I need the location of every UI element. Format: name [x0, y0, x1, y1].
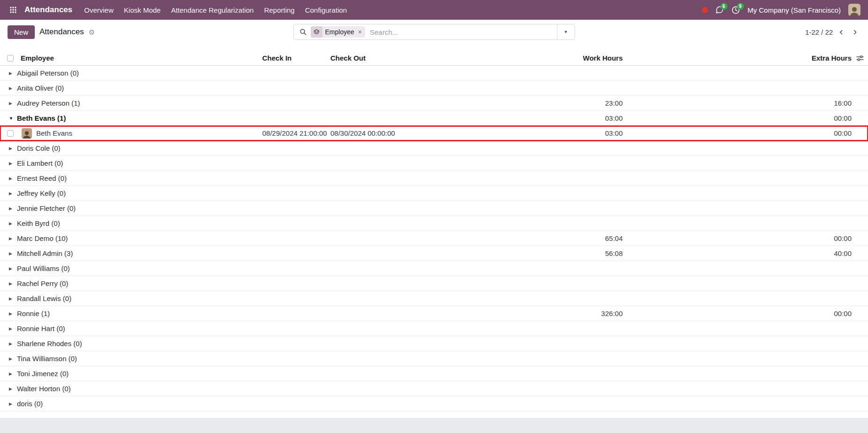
group-row[interactable]: ▶ Abigail Peterson (0) [0, 66, 868, 81]
notification-dot-icon[interactable] [702, 7, 708, 13]
group-caret-icon: ▶ [9, 221, 16, 226]
group-row[interactable]: ▶ Jennie Fletcher (0) [0, 201, 868, 216]
group-label: Ronnie Hart (0) [17, 325, 65, 332]
group-row[interactable]: ▶ Ronnie Hart (0) [0, 321, 868, 336]
apps-grid-icon[interactable] [6, 3, 21, 16]
group-row[interactable]: ▶ Doris Cole (0) [0, 141, 868, 156]
select-all-checkbox[interactable] [7, 55, 14, 62]
group-row[interactable]: ▶ Eli Lambert (0) [0, 156, 868, 171]
group-caret-icon: ▶ [9, 296, 16, 301]
group-row[interactable]: ▶ Mitchell Admin (3) 56:08 40:00 [0, 246, 868, 261]
record-check-out: 08/30/2024 00:00:00 [330, 129, 529, 137]
group-work-hours: 23:00 [529, 99, 623, 107]
group-label: Tina Williamson (0) [17, 355, 77, 363]
menu-item-configuration[interactable]: Configuration [300, 1, 352, 19]
group-work-hours: 326:00 [529, 309, 623, 317]
action-gear-icon[interactable]: ⚙ [89, 29, 95, 36]
group-row[interactable]: ▼ Beth Evans (1) 03:00 00:00 [0, 111, 868, 126]
search-dropdown-toggle[interactable]: ▼ [557, 24, 575, 39]
group-row[interactable]: ▶ Toni Jimenez (0) [0, 366, 868, 381]
group-caret-icon: ▶ [9, 341, 16, 346]
group-caret-icon: ▶ [9, 176, 16, 181]
group-row[interactable]: ▶ Marc Demo (10) 65:04 00:00 [0, 231, 868, 246]
control-panel: New Attendances ⚙ Employee × ▼ 1-22 [0, 20, 868, 44]
activities-badge: 9 [737, 3, 744, 10]
breadcrumb-title: Attendances [39, 27, 84, 37]
group-label: Rachel Perry (0) [17, 279, 68, 287]
group-label: Keith Byrd (0) [17, 219, 60, 227]
menu-item-attendance-regularization[interactable]: Attendance Regularization [166, 1, 259, 19]
group-label: Walter Horton (0) [17, 385, 70, 393]
group-label: Ernest Reed (0) [17, 174, 67, 182]
group-row[interactable]: ▶ Keith Byrd (0) [0, 216, 868, 231]
group-row[interactable]: ▶ Sharlene Rhodes (0) [0, 336, 868, 351]
user-avatar[interactable] [848, 4, 860, 16]
group-row[interactable]: ▶ Rachel Perry (0) [0, 276, 868, 291]
column-header-check-in[interactable]: Check In [262, 54, 330, 62]
menu-item-overview[interactable]: Overview [79, 1, 119, 19]
menu-item-kiosk-mode[interactable]: Kiosk Mode [119, 1, 166, 19]
group-label: Jennie Fletcher (0) [17, 204, 76, 212]
list-body: ▶ Abigail Peterson (0) ▶ Anita Oliver (0… [0, 66, 868, 411]
attendance-record-row[interactable]: Beth Evans 08/29/2024 21:00:00 08/30/202… [0, 126, 868, 141]
search-facet-employee: Employee × [311, 26, 365, 38]
group-extra-hours: 00:00 [623, 309, 852, 317]
group-label: Eli Lambert (0) [17, 159, 63, 167]
optional-columns-icon[interactable] [852, 55, 868, 62]
column-header-work-hours[interactable]: Work Hours [529, 54, 623, 62]
row-checkbox[interactable] [7, 130, 14, 137]
group-caret-icon: ▶ [9, 387, 16, 391]
top-navbar: Attendances Overview Kiosk Mode Attendan… [0, 0, 868, 20]
record-check-in: 08/29/2024 21:00:00 [262, 129, 330, 137]
pager-previous-button[interactable]: ‹ [836, 27, 846, 37]
search-input[interactable] [365, 28, 557, 36]
group-label: Paul Williams (0) [17, 264, 70, 272]
group-row[interactable]: ▶ Tina Williamson (0) [0, 351, 868, 366]
record-extra-hours: 00:00 [623, 129, 852, 137]
search-bar: Employee × ▼ [293, 24, 575, 40]
group-work-hours: 03:00 [529, 114, 623, 122]
record-work-hours: 03:00 [529, 129, 623, 137]
employee-avatar [22, 128, 32, 139]
group-label: Jeffrey Kelly (0) [17, 189, 66, 197]
group-row[interactable]: ▶ Ronnie (1) 326:00 00:00 [0, 306, 868, 321]
group-caret-icon: ▶ [9, 206, 16, 211]
group-row[interactable]: ▶ Ernest Reed (0) [0, 171, 868, 186]
column-header-extra-hours[interactable]: Extra Hours [623, 54, 852, 62]
column-header-employee[interactable]: Employee [21, 54, 262, 62]
group-label: doris (0) [17, 400, 43, 408]
group-work-hours: 56:08 [529, 249, 623, 257]
group-caret-icon: ▶ [9, 326, 16, 331]
group-row[interactable]: ▶ Paul Williams (0) [0, 261, 868, 276]
group-caret-icon: ▶ [9, 266, 16, 271]
menu-item-reporting[interactable]: Reporting [259, 1, 300, 19]
group-caret-icon: ▶ [9, 71, 16, 76]
messages-icon[interactable]: 6 [715, 6, 724, 14]
group-label: Sharlene Rhodes (0) [17, 340, 82, 348]
group-row[interactable]: ▶ doris (0) [0, 396, 868, 411]
group-label: Mitchell Admin (3) [17, 249, 73, 257]
group-row[interactable]: ▶ Randall Lewis (0) [0, 291, 868, 306]
app-title[interactable]: Attendances [23, 5, 77, 15]
pager-value[interactable]: 1-22 / 22 [805, 28, 833, 36]
facet-remove-icon[interactable]: × [357, 28, 365, 36]
group-row[interactable]: ▶ Audrey Peterson (1) 23:00 16:00 [0, 96, 868, 111]
group-row[interactable]: ▶ Walter Horton (0) [0, 381, 868, 396]
list-header-row: Employee Check In Check Out Work Hours E… [0, 51, 868, 66]
pager-next-button[interactable]: › [850, 27, 860, 37]
column-header-check-out[interactable]: Check Out [330, 54, 529, 62]
group-row[interactable]: ▶ Jeffrey Kelly (0) [0, 186, 868, 201]
group-label: Randall Lewis (0) [17, 294, 71, 302]
group-work-hours: 65:04 [529, 234, 623, 242]
group-label: Toni Jimenez (0) [17, 370, 69, 378]
group-label: Doris Cole (0) [17, 144, 61, 152]
group-row[interactable]: ▶ Anita Oliver (0) [0, 81, 868, 96]
new-button[interactable]: New [8, 25, 35, 39]
group-caret-icon: ▶ [9, 356, 16, 361]
activities-clock-icon[interactable]: 9 [731, 6, 740, 15]
group-label: Abigail Peterson (0) [17, 69, 79, 77]
company-switcher[interactable]: My Company (San Francisco) [748, 6, 841, 14]
group-extra-hours: 16:00 [623, 99, 852, 107]
messages-badge: 6 [720, 3, 727, 10]
group-label: Beth Evans (1) [17, 114, 66, 122]
